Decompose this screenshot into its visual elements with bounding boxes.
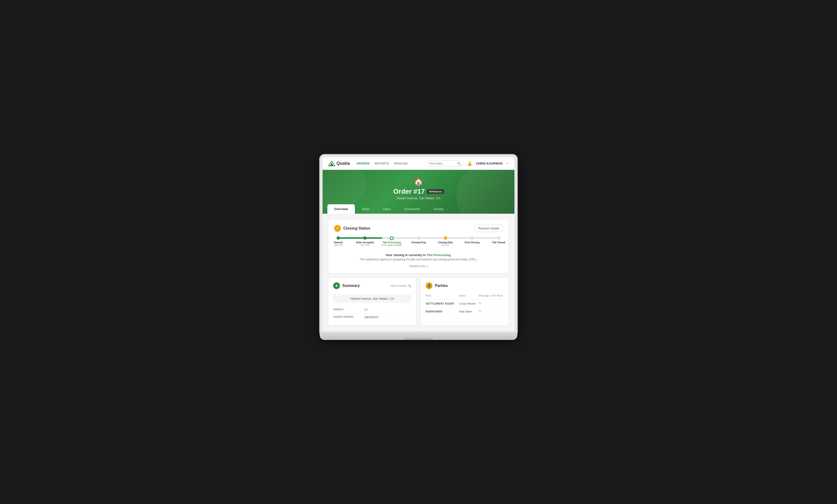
laptop-base	[320, 333, 517, 340]
notification-bell-icon[interactable]: 🔔	[467, 161, 472, 166]
status-main-text: Your closing is currently in Title Proce…	[334, 253, 503, 257]
summary-header: ⊕ Summary View Property 🔍	[333, 282, 411, 289]
nav-manage[interactable]: MANAGE	[394, 162, 408, 165]
party-name-nate[interactable]: Nate Baker	[459, 307, 479, 316]
hero-banner: 🏠 Order #17 Refinance Hobart Avenue, San…	[323, 170, 514, 214]
order-title: Order #17 Refinance	[327, 188, 510, 195]
step-dot-closing-prep	[417, 236, 421, 240]
step-post-closing: Post-Closing	[470, 236, 474, 240]
summary-icon: ⊕	[333, 282, 340, 289]
step-closing-prep: Closing Prep	[417, 236, 421, 240]
closing-status-title: ≡ Closing Status	[334, 225, 370, 232]
detailed-info-link[interactable]: Detailed Info ▾	[334, 264, 503, 268]
step-dot-closing-date: ★	[444, 236, 447, 240]
nav-links: ORDERS REPORTS MANAGE	[357, 162, 426, 165]
house-icon: 🏠	[327, 177, 510, 186]
logo[interactable]: Qualia	[328, 161, 350, 167]
party-role-borrower: BORROWER	[426, 307, 459, 316]
tab-documents[interactable]: Documents	[397, 204, 427, 214]
step-dot-order-accepted	[363, 236, 367, 240]
step-title-processing: Title Processing 0 of 2 steps complete	[390, 236, 394, 240]
step-opened: Opened Sep 29th	[337, 236, 340, 240]
order-address: Hobart Avenue, San Mateo, CA	[327, 197, 510, 200]
refinance-badge: Refinance	[427, 189, 444, 194]
message-dot-borrower[interactable]	[479, 310, 481, 313]
party-row-settlement-agent: SETTLEMENT AGENT Lucas Hansen	[426, 300, 504, 307]
closing-status-card: ≡ Closing Status Request Update	[328, 220, 509, 273]
col-cell: Cell	[491, 294, 497, 300]
status-message: Your closing is currently in Title Proce…	[334, 253, 503, 261]
step-order-accepted: Order Accepted Sep 29th	[363, 236, 367, 240]
party-name-lucas[interactable]: Lucas Hansen	[459, 300, 479, 307]
step-dot-file-closed	[497, 236, 500, 240]
step-dot-title-processing	[390, 236, 394, 240]
col-work: Work	[497, 294, 504, 300]
party-row-borrower: BORROWER Nate Baker	[426, 307, 504, 316]
tab-tasks[interactable]: Tasks	[355, 204, 376, 214]
search-box[interactable]: 🔍	[426, 161, 463, 167]
search-property-icon: 🔍	[408, 284, 411, 287]
message-dot-settlement[interactable]	[479, 302, 481, 304]
step-file-closed: File Closed	[497, 236, 500, 240]
progress-container: Opened Sep 29th Order Accepted Sep 29th	[337, 237, 500, 243]
closing-status-icon: ≡	[334, 225, 341, 232]
status-sub-text: The settlement agency is preparing the t…	[334, 258, 503, 261]
nav-reports[interactable]: REPORTS	[374, 162, 389, 165]
top-nav: Qualia ORDERS REPORTS MANAGE 🔍 🔔 CHRIS K…	[323, 157, 514, 170]
col-message: Message	[479, 294, 491, 300]
summary-card: ⊕ Summary View Property 🔍 Hobart Avenue,…	[328, 278, 416, 325]
user-name[interactable]: CHRIS KAUFMAN	[476, 162, 502, 165]
tab-overview[interactable]: Overview	[327, 204, 355, 214]
parties-table: Role Name Message Cell Work SETTLEMENT A…	[426, 294, 504, 316]
parties-header: 👤 Parties	[426, 282, 504, 289]
step-closing-date: ★ Closing Date Not Set	[444, 236, 447, 240]
search-input[interactable]	[429, 162, 456, 165]
main-content: ≡ Closing Status Request Update	[323, 214, 514, 331]
summary-title: ⊕ Summary	[333, 282, 360, 289]
tabs-row: Overview Tasks Inbox Documents Activity	[327, 204, 510, 214]
request-update-button[interactable]: Request Update	[475, 225, 503, 232]
bottom-row: ⊕ Summary View Property 🔍 Hobart Avenue,…	[328, 278, 509, 325]
user-dropdown-icon[interactable]: ▼	[506, 162, 509, 165]
summary-order-opened-row: ORDER OPENED 09/28/2017	[333, 314, 411, 321]
party-role-settlement: SETTLEMENT AGENT	[426, 300, 459, 307]
col-name: Name	[459, 294, 479, 300]
parties-title: 👤 Parties	[426, 282, 448, 289]
nav-right: 🔍 🔔 CHRIS KAUFMAN ▼	[426, 161, 509, 167]
parties-icon: 👤	[426, 282, 432, 289]
progress-steps: Opened Sep 29th Order Accepted Sep 29th	[337, 236, 500, 240]
chevron-down-icon: ▾	[426, 264, 428, 268]
tab-activity[interactable]: Activity	[427, 204, 450, 214]
summary-order-number-row: ORDER # 17	[333, 306, 411, 314]
view-property-link[interactable]: View Property 🔍	[391, 284, 411, 287]
search-icon: 🔍	[457, 162, 461, 165]
nav-orders[interactable]: ORDERS	[357, 162, 370, 165]
parties-card: 👤 Parties Role Name Message	[421, 278, 509, 325]
summary-address: Hobart Avenue, San Mateo, CA	[333, 294, 411, 303]
closing-status-header: ≡ Closing Status Request Update	[334, 225, 503, 232]
step-dot-post-closing	[470, 236, 474, 240]
step-dot-opened	[337, 236, 340, 240]
col-role: Role	[426, 294, 459, 300]
tab-inbox[interactable]: Inbox	[376, 204, 397, 214]
logo-text: Qualia	[337, 161, 350, 166]
